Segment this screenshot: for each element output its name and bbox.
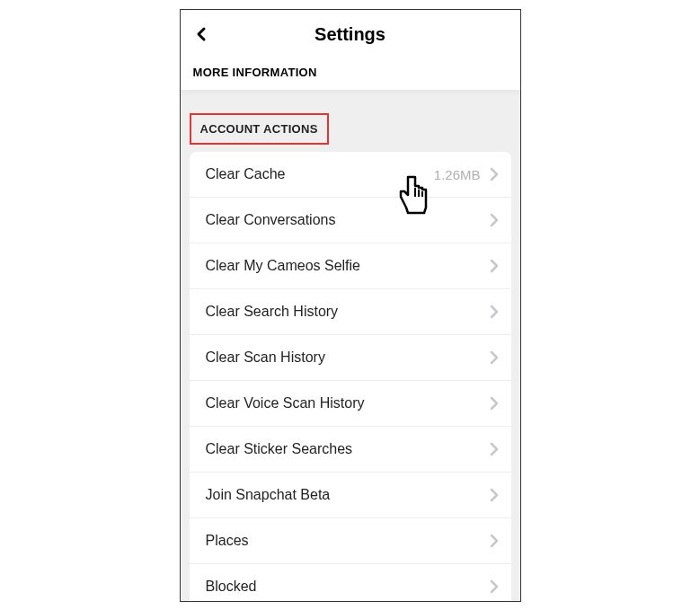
account-actions-list: Clear Cache 1.26MB Clear Conversations (190, 152, 511, 602)
chevron-right-icon (490, 305, 499, 319)
list-item-right (490, 305, 499, 319)
account-actions-section: ACCOUNT ACTIONS Clear Cache 1.26MB Clear… (181, 97, 520, 602)
chevron-left-icon (193, 26, 209, 42)
list-item-value: 1.26MB (434, 167, 481, 182)
list-item-label: Join Snapchat Beta (206, 487, 331, 503)
list-item-right (490, 350, 499, 365)
list-item-label: Blocked (206, 579, 257, 595)
list-item-label: Clear Voice Scan History (206, 395, 365, 411)
list-item-right (490, 488, 499, 502)
chevron-right-icon (490, 579, 499, 594)
chevron-right-icon (490, 488, 499, 502)
section-divider (181, 90, 520, 97)
chevron-right-icon (490, 259, 499, 273)
header-bar: Settings (181, 10, 520, 55)
page-title: Settings (315, 24, 385, 45)
list-item-join-snapchat-beta[interactable]: Join Snapchat Beta (190, 473, 511, 518)
list-item-right (490, 259, 499, 273)
account-actions-header: ACCOUNT ACTIONS (190, 113, 329, 145)
list-item-label: Clear Search History (206, 304, 339, 320)
list-item-places[interactable]: Places (190, 518, 511, 564)
list-item-label: Places (206, 533, 249, 549)
list-item-label: Clear Sticker Searches (206, 441, 353, 457)
list-item-right (490, 442, 499, 456)
chevron-right-icon (490, 534, 499, 548)
back-button[interactable] (193, 26, 209, 42)
list-item-clear-voice-scan-history[interactable]: Clear Voice Scan History (190, 381, 511, 427)
list-item-blocked[interactable]: Blocked (190, 564, 511, 602)
list-item-right (490, 579, 499, 594)
chevron-right-icon (490, 442, 499, 456)
list-item-clear-search-history[interactable]: Clear Search History (190, 289, 511, 335)
chevron-right-icon (490, 213, 499, 227)
list-item-right: 1.26MB (434, 167, 499, 182)
list-item-label: Clear Scan History (206, 349, 325, 366)
list-item-right (490, 213, 499, 227)
chevron-right-icon (490, 167, 499, 181)
list-item-clear-cache[interactable]: Clear Cache 1.26MB (190, 152, 511, 198)
chevron-right-icon (490, 396, 499, 411)
list-item-clear-sticker-searches[interactable]: Clear Sticker Searches (190, 427, 511, 473)
chevron-right-icon (490, 350, 499, 365)
list-item-clear-cameos-selfie[interactable]: Clear My Cameos Selfie (190, 243, 511, 289)
list-item-right (490, 396, 499, 411)
list-item-label: Clear Conversations (206, 212, 336, 228)
list-item-clear-scan-history[interactable]: Clear Scan History (190, 335, 511, 381)
list-item-label: Clear My Cameos Selfie (206, 258, 361, 274)
list-item-clear-conversations[interactable]: Clear Conversations (190, 198, 511, 243)
list-item-right (490, 534, 499, 548)
more-information-header: MORE INFORMATION (181, 55, 520, 90)
list-item-label: Clear Cache (206, 166, 286, 182)
settings-screen: Settings MORE INFORMATION ACCOUNT ACTION… (180, 9, 521, 602)
